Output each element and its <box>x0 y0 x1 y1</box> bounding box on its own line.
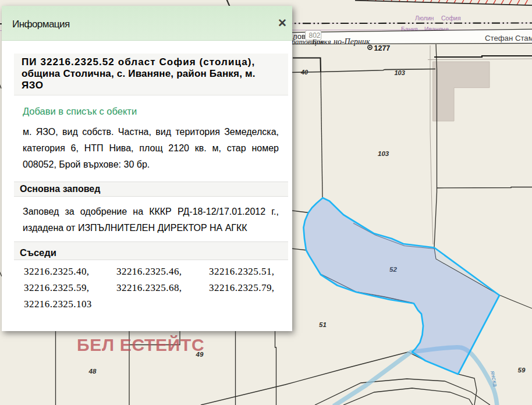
svg-text:59: 59 <box>518 367 526 374</box>
svg-text:София: София <box>441 15 461 22</box>
svg-text:103: 103 <box>395 69 405 76</box>
svg-text:1277: 1277 <box>374 44 391 52</box>
svg-text:51: 51 <box>319 321 327 328</box>
svg-text:48: 48 <box>88 368 97 375</box>
svg-text:но-Перник: но-Перник <box>334 37 370 46</box>
svg-text:Банкя: Банкя <box>311 37 331 46</box>
svg-text:103: 103 <box>378 150 389 157</box>
svg-text:Люлин: Люлин <box>415 15 434 22</box>
svg-text:40: 40 <box>300 69 308 76</box>
svg-text:Стефан Стамб: Стефан Стамб <box>485 34 532 42</box>
svg-text:52: 52 <box>389 266 397 273</box>
